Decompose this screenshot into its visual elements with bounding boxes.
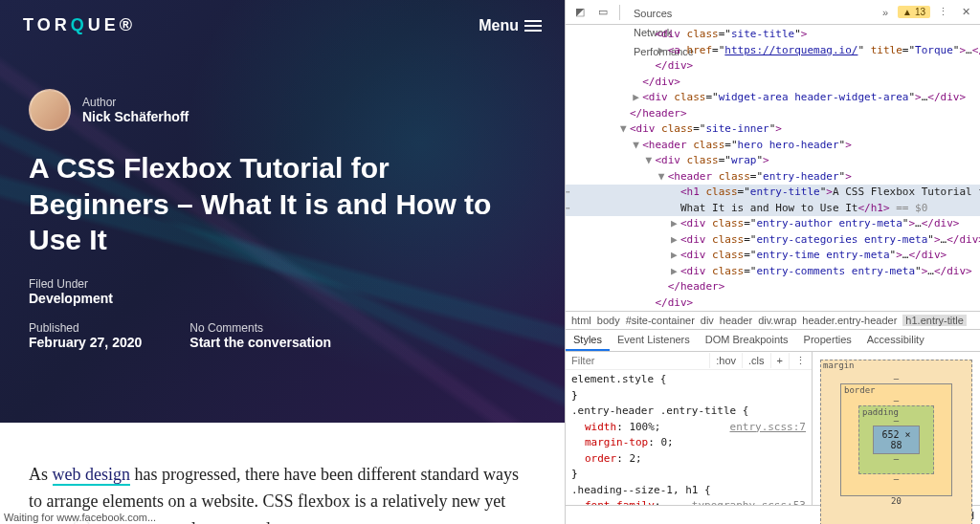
- filed-under-label: Filed Under: [29, 277, 113, 291]
- styles-tab-styles[interactable]: Styles: [566, 330, 610, 351]
- dom-breadcrumb[interactable]: htmlbody#site-containerdivheaderdiv.wrap…: [566, 311, 980, 329]
- css-property[interactable]: margin-top: 0;: [571, 435, 806, 451]
- dom-line[interactable]: ▶<div class="entry-comments entry-meta">…: [566, 264, 980, 280]
- css-property[interactable]: order: 2;: [571, 451, 806, 468]
- site-logo[interactable]: TORQUE®: [23, 15, 136, 35]
- breadcrumb-item[interactable]: header: [720, 315, 752, 326]
- web-design-link[interactable]: web design: [53, 465, 130, 486]
- dom-tree[interactable]: <div class="site-title"> ▶<a href="https…: [566, 25, 980, 311]
- styles-tabs: StylesEvent ListenersDOM BreakpointsProp…: [566, 329, 980, 352]
- dom-line[interactable]: </header>: [566, 279, 980, 295]
- dom-line[interactable]: </div>: [566, 295, 980, 312]
- article-body: As web design has progressed, there have…: [0, 423, 565, 525]
- dom-line[interactable]: ▶<div class="entry-time entry-meta">…</d…: [566, 248, 980, 264]
- dom-line[interactable]: </div>: [566, 58, 980, 75]
- more-tabs-icon[interactable]: »: [875, 2, 896, 23]
- dom-line[interactable]: </div>: [566, 75, 980, 91]
- dom-line[interactable]: ▶<div class="entry-categories entry-meta…: [566, 232, 980, 249]
- breadcrumb-item[interactable]: html: [571, 315, 591, 326]
- author-avatar[interactable]: [29, 89, 71, 131]
- breadcrumb-item[interactable]: body: [597, 315, 620, 326]
- dom-line[interactable]: What It is and How to Use It</h1> == $0: [566, 201, 980, 217]
- styles-pane: :hov .cls + ⋮ element.style {}.entry-hea…: [566, 352, 813, 505]
- menu-label: Menu: [479, 17, 519, 34]
- breadcrumb-item[interactable]: h1.entry-title: [902, 315, 967, 326]
- published-label: Published: [29, 321, 142, 335]
- comments-label: No Comments: [189, 321, 331, 335]
- inspect-icon[interactable]: ◩: [569, 2, 590, 23]
- breadcrumb-item[interactable]: header.entry-header: [802, 315, 897, 326]
- breadcrumb-item[interactable]: div.wrap: [758, 315, 796, 326]
- dom-line[interactable]: <h1 class="entry-title">A CSS Flexbox Tu…: [566, 185, 980, 201]
- hov-toggle[interactable]: :hov: [709, 353, 742, 368]
- dom-line[interactable]: ▼<header class="entry-header">: [566, 169, 980, 186]
- add-rule-icon[interactable]: +: [770, 353, 789, 368]
- content-dimensions: 652 × 88: [873, 426, 920, 454]
- filed-under-value[interactable]: Development: [29, 291, 113, 306]
- comments-link[interactable]: Start the conversation: [189, 335, 331, 350]
- device-toggle-icon[interactable]: ▭: [592, 2, 613, 23]
- body-text: As: [29, 465, 53, 484]
- styles-tab-properties[interactable]: Properties: [796, 330, 859, 351]
- hamburger-icon: [524, 20, 542, 32]
- devtools-tabs: ◩ ▭ ElementsConsoleSourcesNetworkPerform…: [566, 0, 980, 25]
- css-rule-selector[interactable]: element.style {: [571, 372, 806, 388]
- dom-line[interactable]: ▶<div class="widget-area header-widget-a…: [566, 90, 980, 106]
- cls-toggle[interactable]: .cls: [742, 353, 770, 368]
- topbar: TORQUE® Menu: [0, 0, 565, 51]
- dom-line[interactable]: ▼<div class="site-inner">: [566, 121, 980, 138]
- dom-line[interactable]: ▼<div class="wrap">: [566, 153, 980, 169]
- settings-icon[interactable]: ⋮: [932, 2, 953, 23]
- more-actions-icon[interactable]: ⋮: [789, 353, 812, 369]
- breadcrumb-item[interactable]: #site-container: [626, 315, 695, 326]
- warning-badge[interactable]: ▲ 13: [898, 6, 930, 18]
- dom-line[interactable]: ▶<div class="entry-author entry-meta">…<…: [566, 216, 980, 232]
- dom-line[interactable]: </header>: [566, 106, 980, 122]
- box-model[interactable]: margin – border – padding – 652 × 88 –: [813, 352, 980, 505]
- logo-text: UE: [88, 15, 120, 34]
- logo-q: Q: [71, 15, 88, 34]
- css-rule-selector[interactable]: .heading--size-1, h1 {typography.scss:53: [571, 483, 806, 499]
- author-name[interactable]: Nick Schäferhoff: [82, 109, 189, 124]
- dom-line[interactable]: ▼<header class="hero hero-header">: [566, 138, 980, 154]
- browser-status: Waiting for www.facebook.com...: [0, 511, 160, 524]
- border-label: border: [844, 385, 876, 395]
- page-viewport: TORQUE® Menu Author Nick Schäferhoff A C…: [0, 0, 565, 524]
- published-value: February 27, 2020: [29, 335, 142, 350]
- author-label: Author: [82, 96, 189, 109]
- styles-tab-event-listeners[interactable]: Event Listeners: [610, 330, 698, 351]
- tab-sources[interactable]: Sources: [626, 4, 702, 23]
- hero-content: Author Nick Schäferhoff A CSS Flexbox Tu…: [0, 51, 565, 423]
- devtools-panel: ◩ ▭ ElementsConsoleSourcesNetworkPerform…: [565, 0, 980, 524]
- margin-label: margin: [823, 360, 855, 370]
- breadcrumb-item[interactable]: div: [701, 315, 714, 326]
- css-rules[interactable]: element.style {}.entry-header .entry-tit…: [566, 370, 812, 505]
- css-rule-selector[interactable]: .entry-header .entry-title {entry.scss:7: [571, 404, 806, 420]
- dom-line[interactable]: <div class="site-title">: [566, 27, 980, 43]
- margin-bottom-value: 20: [840, 496, 952, 506]
- close-icon[interactable]: ✕: [955, 2, 976, 23]
- styles-tab-dom-breakpoints[interactable]: DOM Breakpoints: [698, 330, 796, 351]
- entry-title: A CSS Flexbox Tutorial for Beginners – W…: [29, 150, 526, 258]
- styles-filter-input[interactable]: [566, 352, 709, 369]
- padding-label: padding: [862, 407, 899, 417]
- menu-button[interactable]: Menu: [479, 17, 542, 34]
- logo-text: TOR: [23, 15, 71, 34]
- styles-tab-accessibility[interactable]: Accessibility: [859, 330, 932, 351]
- dom-line[interactable]: ▶<a href="https://torquemag.io/" title="…: [566, 43, 980, 59]
